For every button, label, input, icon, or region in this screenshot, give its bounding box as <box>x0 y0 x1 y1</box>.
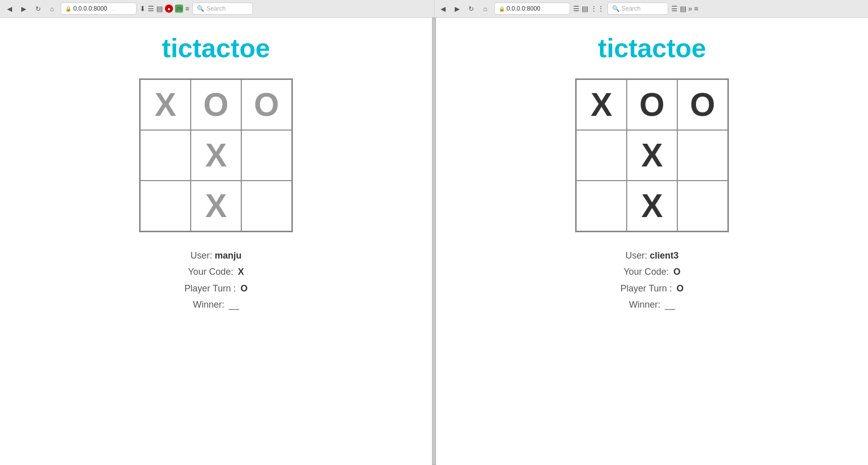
left-cell-0-2[interactable]: O <box>241 79 292 130</box>
left-winner-line: Winner: __ <box>184 297 247 313</box>
left-cell-1-2[interactable] <box>241 130 292 181</box>
right-turn-line: Player Turn : O <box>620 280 683 297</box>
more-icon-right: » <box>688 5 692 13</box>
reader-icon-right: ▤ <box>582 5 588 13</box>
right-code-value: O <box>673 267 680 277</box>
search-icon-left: 🔍 <box>197 5 204 12</box>
right-cell-1-0[interactable] <box>576 130 627 181</box>
right-game-pane: tictactoe X O O X X User: client3 Your C… <box>436 18 868 465</box>
home-button-right[interactable]: ⌂ <box>480 3 491 14</box>
toolbar-left: ⬇ ☰ ▤ ● 🎮 ≡ <box>140 5 189 13</box>
right-cell-1-2[interactable] <box>677 130 728 181</box>
home-button-left[interactable]: ⌂ <box>47 3 58 14</box>
bookmarks2-icon-right: ☰ <box>671 5 678 13</box>
menu2-icon-right: ≡ <box>694 5 698 13</box>
left-cell-2-0[interactable] <box>140 181 191 231</box>
right-game-title: tictactoe <box>598 33 706 63</box>
left-cell-2-1[interactable]: X <box>191 181 241 231</box>
left-user-name: manju <box>215 250 242 261</box>
address-text-right: 0.0.0.0:8000 <box>507 5 541 12</box>
left-turn-value: O <box>241 283 248 293</box>
left-user-line: User: manju <box>184 247 247 264</box>
right-cell-0-1[interactable]: O <box>627 79 677 130</box>
search-placeholder-left: Search <box>206 5 226 12</box>
left-code-line: Your Code: X <box>184 264 247 280</box>
pane-divider-bar <box>434 0 435 18</box>
left-turn-line: Player Turn : O <box>184 280 247 297</box>
search-placeholder-right: Search <box>622 5 641 12</box>
left-cell-0-0[interactable]: X <box>140 79 191 130</box>
back-button-right[interactable]: ◀ <box>438 3 449 14</box>
right-cell-0-0[interactable]: X <box>576 79 627 130</box>
menu-icon-right: ⋮⋮ <box>590 5 604 13</box>
bookmarks-icon-right: ☰ <box>573 5 580 13</box>
right-code-label: Your Code: <box>624 267 669 277</box>
right-user-name: client3 <box>649 250 678 261</box>
left-user-label: User: <box>190 250 212 261</box>
left-browser-nav: ◀ ▶ ↻ ⌂ 🔒 0.0.0.0:8000 … ⬇ ☰ ▤ ● 🎮 ≡ 🔍 S… <box>4 3 431 15</box>
left-game-info: User: manju Your Code: X Player Turn : O… <box>184 247 247 313</box>
right-game-board: X O O X X <box>575 78 729 232</box>
right-turn-value: O <box>677 283 684 293</box>
left-cell-2-2[interactable] <box>241 181 292 231</box>
right-turn-label: Player Turn : <box>620 283 672 293</box>
forward-button-right[interactable]: ▶ <box>452 3 463 14</box>
right-winner-label: Winner: <box>629 300 660 310</box>
left-game-pane: tictactoe X O O X X User: manju Your Cod… <box>0 18 432 465</box>
left-cell-1-0[interactable] <box>140 130 191 181</box>
right-cell-2-1[interactable]: X <box>627 181 677 231</box>
left-code-label: Your Code: <box>188 267 233 277</box>
main-content: tictactoe X O O X X User: manju Your Cod… <box>0 18 868 465</box>
extension-icon-left: ● <box>165 5 173 13</box>
reload-button-right[interactable]: ↻ <box>466 3 477 14</box>
right-cell-1-1[interactable]: X <box>627 130 677 181</box>
menu-icon-left: ≡ <box>185 5 189 13</box>
reload-button-left[interactable]: ↻ <box>32 3 44 14</box>
address-text-left: 0.0.0.0:8000 <box>73 5 107 12</box>
reader-icon-left: ▤ <box>156 5 163 13</box>
left-winner-label: Winner: <box>193 300 224 310</box>
forward-button-left[interactable]: ▶ <box>18 3 29 14</box>
right-user-line: User: client3 <box>620 247 683 264</box>
left-code-value: X <box>238 267 244 277</box>
left-game-title: tictactoe <box>162 33 270 63</box>
search-bar-right[interactable]: 🔍 Search <box>607 3 668 15</box>
right-code-line: Your Code: O <box>620 264 683 280</box>
browser-chrome: ◀ ▶ ↻ ⌂ 🔒 0.0.0.0:8000 … ⬇ ☰ ▤ ● 🎮 ≡ 🔍 S… <box>0 0 868 18</box>
right-game-info: User: client3 Your Code: O Player Turn :… <box>620 247 683 313</box>
right-winner-value: __ <box>665 300 675 310</box>
toolbar-right: ☰ ▤ ⋮⋮ <box>573 5 604 13</box>
right-cell-2-0[interactable] <box>576 181 627 231</box>
right-browser-nav: ◀ ▶ ↻ ⌂ 🔒 0.0.0.0:8000 ☰ ▤ ⋮⋮ 🔍 Search ☰… <box>438 3 864 15</box>
right-winner-line: Winner: __ <box>620 297 683 313</box>
left-turn-label: Player Turn : <box>184 283 236 293</box>
left-winner-value: __ <box>229 300 239 310</box>
left-game-board: X O O X X <box>139 78 293 232</box>
back-button-left[interactable]: ◀ <box>4 3 15 14</box>
extension2-icon-left: 🎮 <box>175 5 183 13</box>
toolbar-right-extra: ☰ ▤ » ≡ <box>671 5 699 13</box>
right-cell-2-2[interactable] <box>677 181 728 231</box>
download-icon-left: ⬇ <box>140 5 146 13</box>
address-bar-right[interactable]: 🔒 0.0.0.0:8000 <box>494 3 570 15</box>
search-bar-left[interactable]: 🔍 Search <box>192 3 253 15</box>
right-user-label: User: <box>625 250 647 261</box>
right-cell-0-2[interactable]: O <box>677 79 728 130</box>
address-bar-left[interactable]: 🔒 0.0.0.0:8000 … <box>61 3 137 15</box>
vertical-pane-divider <box>432 18 436 465</box>
left-cell-1-1[interactable]: X <box>191 130 241 181</box>
split-icon-right: ▤ <box>680 5 686 13</box>
bookmarks-icon-left: ☰ <box>148 5 154 13</box>
left-cell-0-1[interactable]: O <box>191 79 241 130</box>
search-icon-right: 🔍 <box>612 5 620 12</box>
